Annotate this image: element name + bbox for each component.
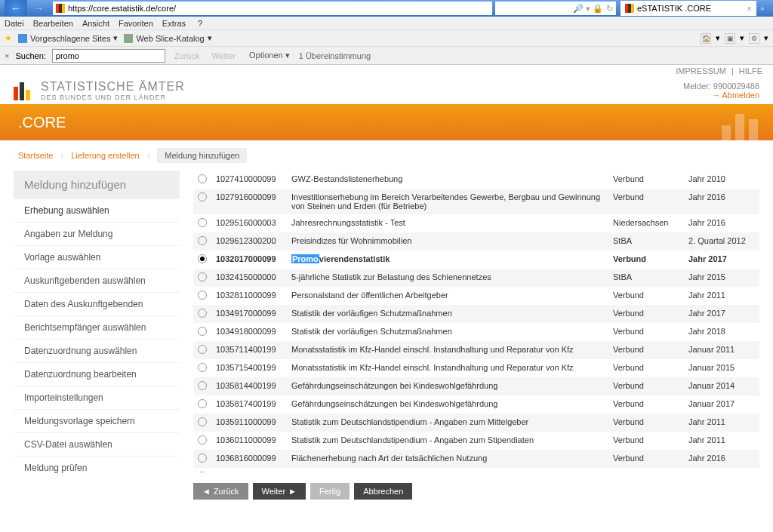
find-next-button[interactable]: Weiter xyxy=(208,50,239,62)
find-prev-button[interactable]: Zurück xyxy=(171,50,203,62)
logout-link[interactable]: → Abmelden xyxy=(683,91,759,100)
sidebar-item[interactable]: Datenzuordnung auswählen xyxy=(14,339,180,362)
survey-table-scroll[interactable]: 1027410000099GWZ-BestandslistenerhebungV… xyxy=(193,171,759,472)
find-options-button[interactable]: Optionen ▾ xyxy=(245,49,293,62)
feeds-icon[interactable]: ▣ xyxy=(725,33,735,44)
home-icon[interactable]: 🏠 xyxy=(701,33,711,44)
wizard-cancel-button[interactable]: Abbrechen xyxy=(354,483,412,500)
wizard-finish-button[interactable]: Fertig xyxy=(310,483,350,500)
menu-edit[interactable]: Bearbeiten xyxy=(33,19,73,28)
table-row[interactable]: 1037609000099Statistik über beendete Ins… xyxy=(193,468,759,472)
row-radio[interactable] xyxy=(198,399,207,408)
row-radio[interactable] xyxy=(198,472,207,472)
row-org: Verbund xyxy=(608,251,684,269)
sidebar-item[interactable]: Angaben zur Meldung xyxy=(14,222,180,245)
address-bar[interactable]: https://core.estatistik.de/core/ xyxy=(53,2,492,15)
crumb-home[interactable]: Startseite xyxy=(18,151,53,160)
row-radio[interactable] xyxy=(198,272,207,281)
row-radio[interactable] xyxy=(198,454,207,463)
table-row[interactable]: 1032811000099Personalstand der öffentlic… xyxy=(193,287,759,305)
table-row[interactable]: 1029612300200Preisindizes für Wohnimmobi… xyxy=(193,232,759,251)
sidebar-item[interactable]: Daten des Auskunftgebenden xyxy=(14,292,180,315)
row-radio[interactable] xyxy=(198,254,207,263)
menu-help[interactable]: ? xyxy=(198,19,202,28)
table-row[interactable]: 1034917000099Statistik der vorläufigen S… xyxy=(193,305,759,323)
table-row[interactable]: 1034918000099Statistik der vorläufigen S… xyxy=(193,323,759,341)
menu-view[interactable]: Ansicht xyxy=(82,19,109,28)
row-radio[interactable] xyxy=(198,192,207,201)
find-bar: × Suchen: Zurück Weiter Optionen ▾ 1 Übe… xyxy=(0,47,773,65)
find-input[interactable] xyxy=(52,49,165,63)
row-radio[interactable] xyxy=(198,363,207,372)
row-org: Niedersachsen xyxy=(608,214,684,232)
row-radio[interactable] xyxy=(198,381,207,390)
browser-tab[interactable]: eSTATISTIK .CORE × xyxy=(621,1,756,16)
sidebar-item[interactable]: CSV-Datei auswählen xyxy=(14,432,180,456)
table-row[interactable]: 1035715400199Monatsstatistik im Kfz-Hand… xyxy=(193,359,759,377)
sidebar-item[interactable]: Datenzuordnung bearbeiten xyxy=(14,362,180,386)
table-row[interactable]: 1027410000099GWZ-BestandslistenerhebungV… xyxy=(193,171,759,189)
wizard-sidebar: Meldung hinzufügen Erhebung auswählenAng… xyxy=(14,171,180,500)
row-org: Verbund xyxy=(608,359,684,377)
row-radio[interactable] xyxy=(198,174,207,183)
feeds-dropdown-icon[interactable]: ▾ xyxy=(740,33,744,43)
row-radio[interactable] xyxy=(198,435,207,444)
row-period: Jahr 2015 xyxy=(684,269,759,287)
row-radio[interactable] xyxy=(198,309,207,318)
row-radio[interactable] xyxy=(198,291,207,300)
row-id: 1032811000099 xyxy=(211,287,287,305)
hilfe-link[interactable]: HILFE xyxy=(739,66,762,75)
row-period: Januar 2015 xyxy=(684,359,759,377)
sidebar-item[interactable]: Auskunftgebenden auswählen xyxy=(14,269,180,292)
sidebar-item[interactable]: Meldung prüfen xyxy=(14,456,180,479)
suggested-sites-link[interactable]: Vorgeschlagene Sites ▾ xyxy=(18,33,118,43)
browser-search[interactable]: 🔎 ▾ 🔒 ↻ xyxy=(495,2,616,15)
table-row[interactable]: 1035911000099Statistik zum Deutschlandst… xyxy=(193,414,759,432)
home-dropdown-icon[interactable]: ▾ xyxy=(716,33,720,43)
table-row[interactable]: 10324150000005-jährliche Statistik zur B… xyxy=(193,269,759,287)
crumb-create[interactable]: Lieferung erstellen xyxy=(71,151,140,160)
row-org: Verbund xyxy=(608,450,684,468)
row-radio[interactable] xyxy=(198,327,207,336)
row-name: Monatsstatistik im Kfz-Handel einschl. I… xyxy=(287,359,608,377)
table-row[interactable]: 1036011000099Statistik zum Deutschlandst… xyxy=(193,432,759,450)
sidebar-item[interactable]: Importeinstellungen xyxy=(14,386,180,409)
menu-file[interactable]: Datei xyxy=(5,19,24,28)
table-row[interactable]: 1036816000099Flächenerhebung nach Art de… xyxy=(193,450,759,468)
favorites-star-icon[interactable]: ★ xyxy=(5,33,12,43)
table-row[interactable]: 1029516000003Jahresrechnungsstatistik - … xyxy=(193,214,759,232)
wizard-back-button[interactable]: ◄ Zurück xyxy=(193,483,248,500)
menu-favorites[interactable]: Favoriten xyxy=(119,19,153,28)
wizard-next-button[interactable]: Weiter ► xyxy=(253,483,306,500)
table-row[interactable]: 1035711400199Monatsstatistik im Kfz-Hand… xyxy=(193,341,759,359)
sidebar-menu: Erhebung auswählenAngaben zur MeldungVor… xyxy=(14,198,180,479)
nav-back-button[interactable]: ← xyxy=(5,0,27,17)
nav-forward-button[interactable]: → xyxy=(27,0,50,17)
row-radio[interactable] xyxy=(198,345,207,354)
new-tab-button[interactable]: ▫ xyxy=(756,4,768,13)
tools-icon[interactable]: ⚙ xyxy=(749,33,759,44)
row-radio[interactable] xyxy=(198,417,207,426)
table-row[interactable]: 1035817400199Gefährdungseinschätzungen b… xyxy=(193,395,759,414)
row-org: Verbund xyxy=(608,287,684,305)
sidebar-item[interactable]: Erhebung auswählen xyxy=(14,198,180,222)
row-id: 1032017000099 xyxy=(211,251,287,269)
sidebar-item[interactable]: Vorlage auswählen xyxy=(14,245,180,269)
web-slice-link[interactable]: Web Slice-Katalog ▾ xyxy=(124,33,211,43)
find-close-icon[interactable]: × xyxy=(5,51,9,60)
table-row[interactable]: 1027916000099Investitionserhebung im Ber… xyxy=(193,189,759,214)
tab-close-icon[interactable]: × xyxy=(747,4,752,13)
sidebar-item[interactable]: Meldungsvorlage speichern xyxy=(14,409,180,432)
row-radio[interactable] xyxy=(198,236,207,245)
button-bar: ◄ Zurück Weiter ► Fertig Abbrechen xyxy=(193,483,759,500)
table-row[interactable]: 1035814400199Gefährdungseinschätzungen b… xyxy=(193,377,759,395)
tools-dropdown-icon[interactable]: ▾ xyxy=(764,33,768,43)
row-name: 5-jährliche Statistik zur Belastung des … xyxy=(287,269,608,287)
row-radio[interactable] xyxy=(198,218,207,227)
row-name: GWZ-Bestandslistenerhebung xyxy=(287,171,608,189)
impressum-link[interactable]: IMPRESSUM xyxy=(676,66,726,75)
decorative-bars-icon xyxy=(722,114,758,140)
table-row[interactable]: 1032017000099PromovierendenstatistikVerb… xyxy=(193,251,759,269)
sidebar-item[interactable]: Berichtsempfänger auswählen xyxy=(14,315,180,339)
menu-extras[interactable]: Extras xyxy=(162,19,186,28)
